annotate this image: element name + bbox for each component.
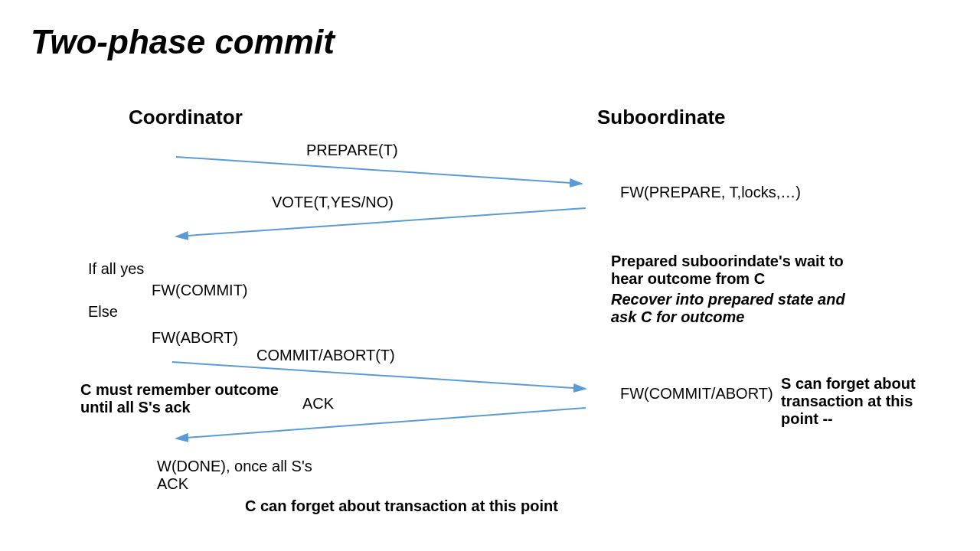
slide-title: Two-phase commit [31,23,335,61]
sub-fw-commit: FW(COMMIT/ABORT) [620,385,773,403]
coord-fw-commit: FW(COMMIT) [152,282,248,299]
sub-recover-note: Recover into prepared state and ask C fo… [611,291,864,326]
sub-forget-note: S can forget about transaction at this p… [781,375,919,428]
label-vote: VOTE(T,YES/NO) [272,194,394,211]
label-prepare: PREPARE(T) [306,142,398,159]
sub-prepared-note: Prepared suboorindate's wait to hear out… [611,253,848,288]
coordinator-header: Coordinator [129,106,243,129]
svg-line-1 [176,208,586,236]
label-commit-abort: COMMIT/ABORT(T) [256,347,395,364]
arrow-ack [172,404,593,446]
coord-if-yes: If all yes [88,260,144,278]
coord-done: W(DONE), once all S's ACK [157,458,333,493]
svg-line-3 [176,408,586,439]
coord-forget-note: C can forget about transaction at this p… [245,497,558,515]
subordinate-header: Suboordinate [597,106,726,129]
coord-else: Else [88,303,118,321]
sub-fw-prepare: FW(PREPARE, T,locks,…) [620,184,801,201]
label-ack: ACK [302,395,334,412]
coord-fw-abort: FW(ABORT) [152,329,238,347]
svg-line-0 [176,157,582,184]
